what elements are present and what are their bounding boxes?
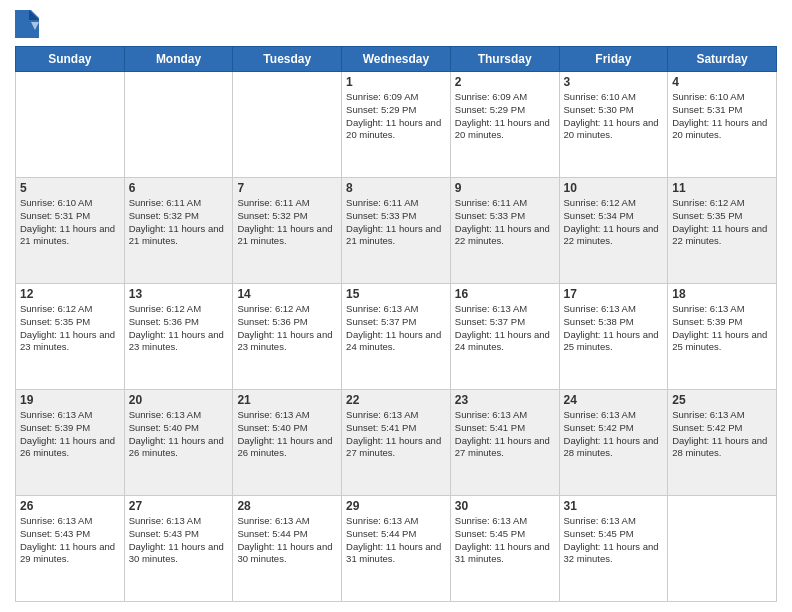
calendar-cell [16, 72, 125, 178]
calendar-cell: 29Sunrise: 6:13 AM Sunset: 5:44 PM Dayli… [342, 496, 451, 602]
day-number: 8 [346, 181, 446, 195]
calendar-cell: 1Sunrise: 6:09 AM Sunset: 5:29 PM Daylig… [342, 72, 451, 178]
week-row-5: 26Sunrise: 6:13 AM Sunset: 5:43 PM Dayli… [16, 496, 777, 602]
day-header-tuesday: Tuesday [233, 47, 342, 72]
day-info: Sunrise: 6:11 AM Sunset: 5:32 PM Dayligh… [237, 197, 337, 248]
calendar-cell: 9Sunrise: 6:11 AM Sunset: 5:33 PM Daylig… [450, 178, 559, 284]
day-info: Sunrise: 6:09 AM Sunset: 5:29 PM Dayligh… [346, 91, 446, 142]
day-info: Sunrise: 6:13 AM Sunset: 5:44 PM Dayligh… [346, 515, 446, 566]
day-number: 1 [346, 75, 446, 89]
day-info: Sunrise: 6:13 AM Sunset: 5:44 PM Dayligh… [237, 515, 337, 566]
calendar-cell: 18Sunrise: 6:13 AM Sunset: 5:39 PM Dayli… [668, 284, 777, 390]
day-number: 27 [129, 499, 229, 513]
week-row-3: 12Sunrise: 6:12 AM Sunset: 5:35 PM Dayli… [16, 284, 777, 390]
day-number: 21 [237, 393, 337, 407]
calendar-cell: 21Sunrise: 6:13 AM Sunset: 5:40 PM Dayli… [233, 390, 342, 496]
week-row-2: 5Sunrise: 6:10 AM Sunset: 5:31 PM Daylig… [16, 178, 777, 284]
day-info: Sunrise: 6:10 AM Sunset: 5:31 PM Dayligh… [20, 197, 120, 248]
calendar-cell: 17Sunrise: 6:13 AM Sunset: 5:38 PM Dayli… [559, 284, 668, 390]
calendar-cell: 6Sunrise: 6:11 AM Sunset: 5:32 PM Daylig… [124, 178, 233, 284]
day-info: Sunrise: 6:13 AM Sunset: 5:42 PM Dayligh… [564, 409, 664, 460]
calendar-cell: 20Sunrise: 6:13 AM Sunset: 5:40 PM Dayli… [124, 390, 233, 496]
day-info: Sunrise: 6:11 AM Sunset: 5:32 PM Dayligh… [129, 197, 229, 248]
day-info: Sunrise: 6:13 AM Sunset: 5:42 PM Dayligh… [672, 409, 772, 460]
day-info: Sunrise: 6:13 AM Sunset: 5:45 PM Dayligh… [455, 515, 555, 566]
day-header-friday: Friday [559, 47, 668, 72]
calendar-cell: 7Sunrise: 6:11 AM Sunset: 5:32 PM Daylig… [233, 178, 342, 284]
day-header-wednesday: Wednesday [342, 47, 451, 72]
day-info: Sunrise: 6:10 AM Sunset: 5:31 PM Dayligh… [672, 91, 772, 142]
calendar-table: SundayMondayTuesdayWednesdayThursdayFrid… [15, 46, 777, 602]
calendar-cell: 15Sunrise: 6:13 AM Sunset: 5:37 PM Dayli… [342, 284, 451, 390]
calendar-cell: 11Sunrise: 6:12 AM Sunset: 5:35 PM Dayli… [668, 178, 777, 284]
calendar-cell: 3Sunrise: 6:10 AM Sunset: 5:30 PM Daylig… [559, 72, 668, 178]
calendar-cell: 25Sunrise: 6:13 AM Sunset: 5:42 PM Dayli… [668, 390, 777, 496]
day-number: 12 [20, 287, 120, 301]
day-info: Sunrise: 6:13 AM Sunset: 5:38 PM Dayligh… [564, 303, 664, 354]
calendar-cell: 4Sunrise: 6:10 AM Sunset: 5:31 PM Daylig… [668, 72, 777, 178]
day-info: Sunrise: 6:13 AM Sunset: 5:41 PM Dayligh… [346, 409, 446, 460]
day-header-thursday: Thursday [450, 47, 559, 72]
day-number: 10 [564, 181, 664, 195]
day-number: 4 [672, 75, 772, 89]
header-row: SundayMondayTuesdayWednesdayThursdayFrid… [16, 47, 777, 72]
calendar-cell: 23Sunrise: 6:13 AM Sunset: 5:41 PM Dayli… [450, 390, 559, 496]
day-info: Sunrise: 6:13 AM Sunset: 5:39 PM Dayligh… [20, 409, 120, 460]
day-info: Sunrise: 6:11 AM Sunset: 5:33 PM Dayligh… [346, 197, 446, 248]
calendar-cell: 28Sunrise: 6:13 AM Sunset: 5:44 PM Dayli… [233, 496, 342, 602]
day-info: Sunrise: 6:12 AM Sunset: 5:35 PM Dayligh… [20, 303, 120, 354]
day-info: Sunrise: 6:12 AM Sunset: 5:34 PM Dayligh… [564, 197, 664, 248]
day-number: 9 [455, 181, 555, 195]
day-info: Sunrise: 6:13 AM Sunset: 5:45 PM Dayligh… [564, 515, 664, 566]
day-info: Sunrise: 6:13 AM Sunset: 5:40 PM Dayligh… [237, 409, 337, 460]
day-number: 11 [672, 181, 772, 195]
header [15, 10, 777, 38]
day-info: Sunrise: 6:13 AM Sunset: 5:37 PM Dayligh… [346, 303, 446, 354]
calendar-cell: 22Sunrise: 6:13 AM Sunset: 5:41 PM Dayli… [342, 390, 451, 496]
calendar-cell: 24Sunrise: 6:13 AM Sunset: 5:42 PM Dayli… [559, 390, 668, 496]
day-info: Sunrise: 6:12 AM Sunset: 5:36 PM Dayligh… [237, 303, 337, 354]
day-info: Sunrise: 6:13 AM Sunset: 5:43 PM Dayligh… [20, 515, 120, 566]
day-number: 20 [129, 393, 229, 407]
day-info: Sunrise: 6:13 AM Sunset: 5:40 PM Dayligh… [129, 409, 229, 460]
calendar-cell: 31Sunrise: 6:13 AM Sunset: 5:45 PM Dayli… [559, 496, 668, 602]
logo-icon [15, 10, 39, 38]
day-number: 2 [455, 75, 555, 89]
day-number: 19 [20, 393, 120, 407]
day-info: Sunrise: 6:13 AM Sunset: 5:41 PM Dayligh… [455, 409, 555, 460]
day-info: Sunrise: 6:12 AM Sunset: 5:36 PM Dayligh… [129, 303, 229, 354]
day-number: 28 [237, 499, 337, 513]
day-number: 13 [129, 287, 229, 301]
day-info: Sunrise: 6:12 AM Sunset: 5:35 PM Dayligh… [672, 197, 772, 248]
calendar-cell: 14Sunrise: 6:12 AM Sunset: 5:36 PM Dayli… [233, 284, 342, 390]
calendar-cell: 5Sunrise: 6:10 AM Sunset: 5:31 PM Daylig… [16, 178, 125, 284]
logo [15, 10, 43, 38]
day-number: 7 [237, 181, 337, 195]
day-header-saturday: Saturday [668, 47, 777, 72]
page-container: SundayMondayTuesdayWednesdayThursdayFrid… [0, 0, 792, 612]
day-number: 14 [237, 287, 337, 301]
day-number: 17 [564, 287, 664, 301]
calendar-cell: 12Sunrise: 6:12 AM Sunset: 5:35 PM Dayli… [16, 284, 125, 390]
day-number: 15 [346, 287, 446, 301]
day-number: 25 [672, 393, 772, 407]
calendar-cell: 30Sunrise: 6:13 AM Sunset: 5:45 PM Dayli… [450, 496, 559, 602]
calendar-cell [124, 72, 233, 178]
day-info: Sunrise: 6:09 AM Sunset: 5:29 PM Dayligh… [455, 91, 555, 142]
week-row-1: 1Sunrise: 6:09 AM Sunset: 5:29 PM Daylig… [16, 72, 777, 178]
calendar-cell: 16Sunrise: 6:13 AM Sunset: 5:37 PM Dayli… [450, 284, 559, 390]
day-number: 23 [455, 393, 555, 407]
day-number: 6 [129, 181, 229, 195]
day-info: Sunrise: 6:13 AM Sunset: 5:39 PM Dayligh… [672, 303, 772, 354]
day-number: 18 [672, 287, 772, 301]
calendar-cell: 8Sunrise: 6:11 AM Sunset: 5:33 PM Daylig… [342, 178, 451, 284]
day-header-monday: Monday [124, 47, 233, 72]
day-header-sunday: Sunday [16, 47, 125, 72]
calendar-cell: 10Sunrise: 6:12 AM Sunset: 5:34 PM Dayli… [559, 178, 668, 284]
week-row-4: 19Sunrise: 6:13 AM Sunset: 5:39 PM Dayli… [16, 390, 777, 496]
calendar-cell: 27Sunrise: 6:13 AM Sunset: 5:43 PM Dayli… [124, 496, 233, 602]
calendar-cell: 2Sunrise: 6:09 AM Sunset: 5:29 PM Daylig… [450, 72, 559, 178]
calendar-cell: 26Sunrise: 6:13 AM Sunset: 5:43 PM Dayli… [16, 496, 125, 602]
day-info: Sunrise: 6:13 AM Sunset: 5:43 PM Dayligh… [129, 515, 229, 566]
day-number: 5 [20, 181, 120, 195]
